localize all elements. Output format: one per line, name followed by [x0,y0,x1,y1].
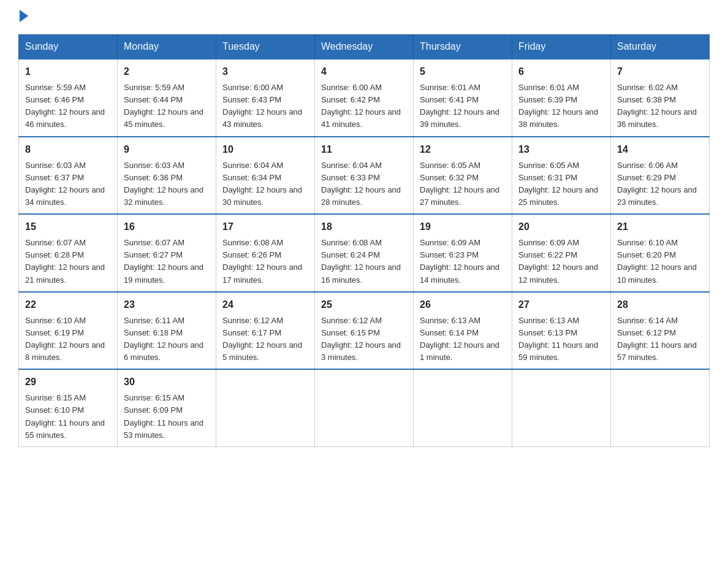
day-info: Sunrise: 6:02 AMSunset: 6:38 PMDaylight:… [617,83,697,129]
day-info: Sunrise: 6:10 AMSunset: 6:20 PMDaylight:… [617,238,697,284]
day-info: Sunrise: 6:01 AMSunset: 6:41 PMDaylight:… [420,83,499,129]
calendar-cell: 23Sunrise: 6:11 AMSunset: 6:18 PMDayligh… [118,292,216,370]
day-info: Sunrise: 6:09 AMSunset: 6:23 PMDaylight:… [420,238,499,284]
day-number: 28 [617,297,703,312]
calendar-cell [512,369,611,446]
logo [18,12,28,22]
day-number: 15 [25,220,111,234]
day-number: 12 [420,142,506,157]
day-info: Sunrise: 6:08 AMSunset: 6:24 PMDaylight:… [321,238,401,284]
calendar-cell: 18Sunrise: 6:08 AMSunset: 6:24 PMDayligh… [315,214,414,292]
calendar-cell: 19Sunrise: 6:09 AMSunset: 6:23 PMDayligh… [414,214,512,292]
day-info: Sunrise: 6:12 AMSunset: 6:17 PMDaylight:… [222,316,302,362]
day-number: 8 [25,142,111,157]
calendar-cell: 28Sunrise: 6:14 AMSunset: 6:12 PMDayligh… [611,292,710,370]
day-info: Sunrise: 6:04 AMSunset: 6:34 PMDaylight:… [222,161,302,207]
calendar-cell: 2Sunrise: 5:59 AMSunset: 6:44 PMDaylight… [118,59,216,137]
day-info: Sunrise: 6:01 AMSunset: 6:39 PMDaylight:… [518,83,598,129]
logo-triangle-icon [20,10,28,22]
calendar-cell: 14Sunrise: 6:06 AMSunset: 6:29 PMDayligh… [611,137,710,215]
day-info: Sunrise: 6:05 AMSunset: 6:32 PMDaylight:… [420,161,499,207]
day-number: 26 [420,297,506,312]
day-info: Sunrise: 6:12 AMSunset: 6:15 PMDaylight:… [321,316,401,362]
page-header [18,12,710,22]
col-header-wednesday: Wednesday [315,35,414,59]
day-info: Sunrise: 6:13 AMSunset: 6:13 PMDaylight:… [518,316,598,362]
day-info: Sunrise: 6:15 AMSunset: 6:09 PMDaylight:… [124,393,203,439]
calendar-table: SundayMondayTuesdayWednesdayThursdayFrid… [18,34,710,447]
week-row-5: 29Sunrise: 6:15 AMSunset: 6:10 PMDayligh… [19,369,710,446]
day-info: Sunrise: 6:06 AMSunset: 6:29 PMDaylight:… [617,161,697,207]
day-info: Sunrise: 6:15 AMSunset: 6:10 PMDaylight:… [25,393,105,439]
calendar-cell: 3Sunrise: 6:00 AMSunset: 6:43 PMDaylight… [216,59,315,137]
day-number: 21 [617,220,703,234]
day-number: 5 [420,64,506,79]
calendar-cell: 24Sunrise: 6:12 AMSunset: 6:17 PMDayligh… [216,292,315,370]
day-number: 23 [124,297,210,312]
calendar-cell: 13Sunrise: 6:05 AMSunset: 6:31 PMDayligh… [512,137,611,215]
day-number: 30 [124,375,210,389]
day-number: 19 [420,220,506,234]
day-number: 3 [222,64,308,79]
calendar-cell: 1Sunrise: 5:59 AMSunset: 6:46 PMDaylight… [19,59,118,137]
calendar-cell: 29Sunrise: 6:15 AMSunset: 6:10 PMDayligh… [19,369,118,446]
calendar-cell: 20Sunrise: 6:09 AMSunset: 6:22 PMDayligh… [512,214,611,292]
calendar-cell: 27Sunrise: 6:13 AMSunset: 6:13 PMDayligh… [512,292,611,370]
day-info: Sunrise: 6:00 AMSunset: 6:42 PMDaylight:… [321,83,401,129]
day-number: 14 [617,142,703,157]
calendar-cell: 10Sunrise: 6:04 AMSunset: 6:34 PMDayligh… [216,137,315,215]
day-info: Sunrise: 6:14 AMSunset: 6:12 PMDaylight:… [617,316,697,362]
col-header-sunday: Sunday [19,35,118,59]
day-number: 13 [518,142,604,157]
calendar-cell: 8Sunrise: 6:03 AMSunset: 6:37 PMDaylight… [19,137,118,215]
week-row-2: 8Sunrise: 6:03 AMSunset: 6:37 PMDaylight… [19,137,710,215]
calendar-cell [315,369,414,446]
day-info: Sunrise: 6:05 AMSunset: 6:31 PMDaylight:… [518,161,598,207]
calendar-cell: 30Sunrise: 6:15 AMSunset: 6:09 PMDayligh… [118,369,216,446]
calendar-cell [216,369,315,446]
calendar-cell: 11Sunrise: 6:04 AMSunset: 6:33 PMDayligh… [315,137,414,215]
day-number: 7 [617,64,703,79]
week-row-3: 15Sunrise: 6:07 AMSunset: 6:28 PMDayligh… [19,214,710,292]
week-row-4: 22Sunrise: 6:10 AMSunset: 6:19 PMDayligh… [19,292,710,370]
day-info: Sunrise: 6:11 AMSunset: 6:18 PMDaylight:… [124,316,203,362]
day-number: 11 [321,142,407,157]
col-header-tuesday: Tuesday [216,35,315,59]
col-header-friday: Friday [512,35,611,59]
day-number: 17 [222,220,308,234]
day-info: Sunrise: 6:09 AMSunset: 6:22 PMDaylight:… [518,238,598,284]
day-info: Sunrise: 6:03 AMSunset: 6:36 PMDaylight:… [124,161,203,207]
col-header-monday: Monday [118,35,216,59]
calendar-cell [414,369,512,446]
day-number: 4 [321,64,407,79]
day-number: 20 [518,220,604,234]
day-info: Sunrise: 6:13 AMSunset: 6:14 PMDaylight:… [420,316,499,362]
calendar-cell: 22Sunrise: 6:10 AMSunset: 6:19 PMDayligh… [19,292,118,370]
day-info: Sunrise: 6:07 AMSunset: 6:27 PMDaylight:… [124,238,203,284]
day-number: 22 [25,297,111,312]
calendar-cell: 25Sunrise: 6:12 AMSunset: 6:15 PMDayligh… [315,292,414,370]
calendar-cell: 5Sunrise: 6:01 AMSunset: 6:41 PMDaylight… [414,59,512,137]
calendar-cell: 12Sunrise: 6:05 AMSunset: 6:32 PMDayligh… [414,137,512,215]
calendar-cell [611,369,710,446]
day-info: Sunrise: 6:07 AMSunset: 6:28 PMDaylight:… [25,238,105,284]
calendar-cell: 7Sunrise: 6:02 AMSunset: 6:38 PMDaylight… [611,59,710,137]
calendar-cell: 21Sunrise: 6:10 AMSunset: 6:20 PMDayligh… [611,214,710,292]
day-number: 25 [321,297,407,312]
col-header-saturday: Saturday [611,35,710,59]
day-info: Sunrise: 6:10 AMSunset: 6:19 PMDaylight:… [25,316,105,362]
day-info: Sunrise: 5:59 AMSunset: 6:46 PMDaylight:… [25,83,105,129]
day-info: Sunrise: 5:59 AMSunset: 6:44 PMDaylight:… [124,83,203,129]
day-info: Sunrise: 6:03 AMSunset: 6:37 PMDaylight:… [25,161,105,207]
col-header-thursday: Thursday [414,35,512,59]
day-info: Sunrise: 6:00 AMSunset: 6:43 PMDaylight:… [222,83,302,129]
day-number: 29 [25,375,111,389]
week-row-1: 1Sunrise: 5:59 AMSunset: 6:46 PMDaylight… [19,59,710,137]
day-number: 2 [124,64,210,79]
header-row: SundayMondayTuesdayWednesdayThursdayFrid… [19,35,710,59]
day-info: Sunrise: 6:04 AMSunset: 6:33 PMDaylight:… [321,161,401,207]
calendar-cell: 15Sunrise: 6:07 AMSunset: 6:28 PMDayligh… [19,214,118,292]
calendar-cell: 4Sunrise: 6:00 AMSunset: 6:42 PMDaylight… [315,59,414,137]
day-number: 18 [321,220,407,234]
day-number: 1 [25,64,111,79]
